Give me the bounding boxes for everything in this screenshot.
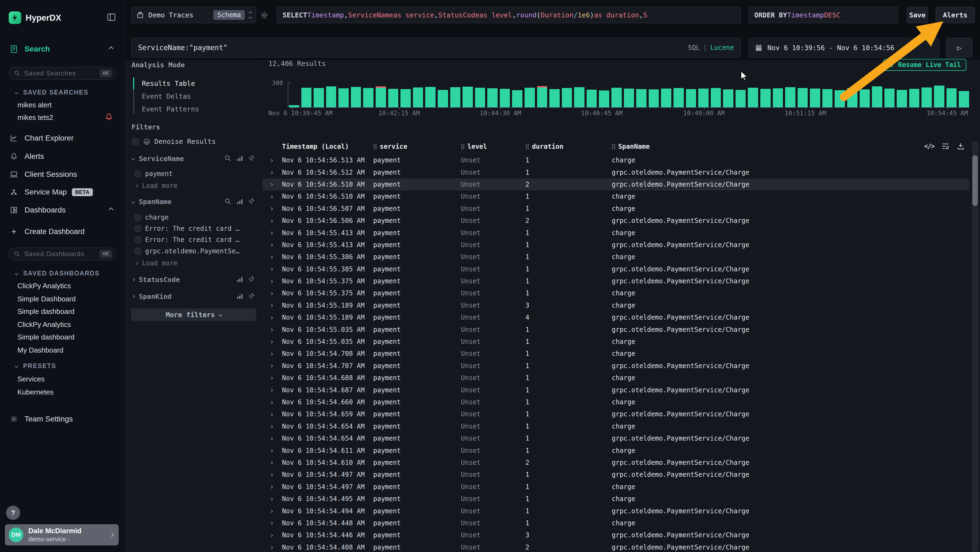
saved-dashboards-input[interactable]: Saved Dashboards ⌘K xyxy=(9,248,115,260)
histogram-bar[interactable] xyxy=(909,89,920,107)
mode-results-table[interactable]: Results Table xyxy=(142,80,195,88)
histogram-bar[interactable] xyxy=(475,88,485,107)
col-timestamp[interactable]: Timestamp (Local) xyxy=(282,143,373,150)
histogram-bar[interactable] xyxy=(537,88,547,107)
histogram-bar[interactable] xyxy=(934,86,944,107)
histogram-bar[interactable] xyxy=(512,90,522,107)
create-dashboard-button[interactable]: + Create Dashboard xyxy=(0,225,125,239)
filter-value-grpc[interactable]: grpc.oteldemo.PaymentSe… xyxy=(134,247,240,255)
table-row[interactable]: ›Nov 6 10:54:56.510 AMpaymentUnset2grpc.… xyxy=(263,179,969,190)
table-row[interactable]: ›Nov 6 10:54:54.707 AMpaymentUnset1grpc.… xyxy=(263,360,969,372)
row-expand-chevron[interactable]: › xyxy=(263,505,282,517)
checkbox[interactable] xyxy=(134,248,141,254)
dashboard-item[interactable]: ClickPy Analytics xyxy=(18,321,71,329)
code-view-icon[interactable]: </> xyxy=(924,142,934,150)
row-expand-chevron[interactable]: › xyxy=(263,263,282,275)
dashboard-item[interactable]: Simple Dashboard xyxy=(18,295,76,303)
histogram-bar[interactable] xyxy=(611,88,622,107)
histogram-bar[interactable] xyxy=(624,89,634,107)
table-row[interactable]: ›Nov 6 10:54:54.654 AMpaymentUnset1grpc.… xyxy=(263,432,969,444)
table-row[interactable]: ›Nov 6 10:54:55.386 AMpaymentUnset1charg… xyxy=(263,251,969,263)
table-row[interactable]: ›Nov 6 10:54:55.413 AMpaymentUnset1grpc.… xyxy=(263,239,969,251)
histogram-bar[interactable] xyxy=(947,88,957,107)
histogram-bar[interactable] xyxy=(698,89,709,107)
row-expand-chevron[interactable]: › xyxy=(263,396,282,408)
search-query-input[interactable]: ServiceName:"payment" SQL|Lucene xyxy=(131,38,741,57)
table-row[interactable]: ›Nov 6 10:54:54.408 AMpaymentUnset2grpc.… xyxy=(263,541,969,552)
saved-search-item[interactable]: mikes tets2 xyxy=(18,113,53,122)
more-filters-button[interactable]: More filters xyxy=(131,308,256,321)
row-expand-chevron[interactable]: › xyxy=(263,481,282,493)
mini-chart-icon[interactable] xyxy=(236,198,243,205)
checkbox[interactable] xyxy=(132,138,139,145)
mini-chart-icon[interactable] xyxy=(236,293,243,300)
histogram-bar[interactable] xyxy=(574,87,584,107)
table-row[interactable]: ›Nov 6 10:54:56.510 AMpaymentUnset1charg… xyxy=(263,190,969,203)
histogram-bar[interactable] xyxy=(587,89,597,107)
denoise-results-checkbox[interactable]: Denoise Results xyxy=(132,137,216,145)
histogram-bar[interactable] xyxy=(338,88,349,107)
histogram-bar[interactable] xyxy=(822,89,833,107)
row-expand-chevron[interactable]: › xyxy=(263,457,282,469)
saved-searches-section[interactable]: SAVED SEARCHES xyxy=(15,89,89,96)
histogram-bar[interactable] xyxy=(388,89,399,107)
row-expand-chevron[interactable]: › xyxy=(263,420,282,432)
histogram-bar[interactable] xyxy=(326,86,336,107)
histogram-bar[interactable] xyxy=(562,88,572,107)
table-row[interactable]: ›Nov 6 10:54:56.513 AMpaymentUnset1charg… xyxy=(263,154,969,166)
histogram-bar[interactable] xyxy=(649,89,659,107)
histogram-bar[interactable] xyxy=(673,88,684,107)
checkbox[interactable] xyxy=(134,171,141,177)
table-row[interactable]: ›Nov 6 10:54:55.413 AMpaymentUnset1charg… xyxy=(263,227,969,239)
dashboard-item[interactable]: Simple dashboard xyxy=(18,307,75,316)
histogram-bar[interactable] xyxy=(921,88,932,107)
histogram-bar[interactable] xyxy=(723,89,733,107)
table-row[interactable]: ›Nov 6 10:54:55.189 AMpaymentUnset3charg… xyxy=(263,300,969,311)
help-button[interactable]: ? xyxy=(6,506,20,520)
scrollbar-thumb[interactable] xyxy=(972,155,978,206)
mode-event-patterns[interactable]: Event Patterns xyxy=(142,105,199,113)
table-row[interactable]: ›Nov 6 10:54:56.506 AMpaymentUnset2grpc.… xyxy=(263,215,969,227)
saved-searches-input[interactable]: Saved Searches ⌘K xyxy=(9,67,115,80)
table-row[interactable]: ›Nov 6 10:54:54.687 AMpaymentUnset1grpc.… xyxy=(263,384,969,396)
row-expand-chevron[interactable]: › xyxy=(263,300,282,311)
checkbox[interactable] xyxy=(134,225,141,232)
row-expand-chevron[interactable]: › xyxy=(263,541,282,552)
user-menu[interactable]: DM Dale McDiarmid demo-service - xyxy=(5,524,119,546)
dashboard-item[interactable]: ClickPy Analytics xyxy=(18,282,71,290)
sidebar-item-search[interactable]: Search xyxy=(0,41,125,57)
row-expand-chevron[interactable]: › xyxy=(263,239,282,251)
pin-icon[interactable] xyxy=(248,155,255,162)
row-expand-chevron[interactable]: › xyxy=(263,360,282,372)
table-row[interactable]: ›Nov 6 10:54:54.659 AMpaymentUnset1grpc.… xyxy=(263,408,969,420)
row-expand-chevron[interactable]: › xyxy=(263,529,282,541)
row-expand-chevron[interactable]: › xyxy=(263,324,282,335)
histogram-bar[interactable] xyxy=(401,89,411,107)
row-expand-chevron[interactable]: › xyxy=(263,179,282,190)
load-more-servicename[interactable]: Load more xyxy=(135,182,178,190)
alerts-button[interactable]: Alerts xyxy=(935,7,975,23)
table-row[interactable]: ›Nov 6 10:54:55.375 AMpaymentUnset1grpc.… xyxy=(263,275,969,287)
filter-value-error2[interactable]: Error: The credit card … xyxy=(134,236,240,244)
row-expand-chevron[interactable]: › xyxy=(263,227,282,239)
col-duration[interactable]: duration xyxy=(525,143,612,150)
histogram-bar[interactable] xyxy=(798,88,808,107)
date-range-picker[interactable]: Nov 6 10:39:56 - Nov 6 10:54:56 xyxy=(749,38,939,57)
row-expand-chevron[interactable]: › xyxy=(263,166,282,178)
sidebar-item-client-sessions[interactable]: Client Sessions xyxy=(0,167,125,182)
histogram-bar[interactable] xyxy=(487,88,498,107)
histogram-bar[interactable] xyxy=(351,87,361,107)
row-expand-chevron[interactable]: › xyxy=(263,275,282,287)
mini-chart-icon[interactable] xyxy=(236,155,243,162)
histogram-bar[interactable] xyxy=(450,87,461,107)
language-toggle[interactable]: SQL|Lucene xyxy=(688,44,734,51)
histogram-bar[interactable] xyxy=(525,88,535,107)
run-query-button[interactable]: ▷ xyxy=(946,38,972,57)
histogram-bar[interactable] xyxy=(785,87,795,107)
table-row[interactable]: ›Nov 6 10:54:54.611 AMpaymentUnset1charg… xyxy=(263,444,969,456)
sidebar-item-service-map[interactable]: Service Map BETA xyxy=(0,185,125,200)
histogram-bar[interactable] xyxy=(847,88,858,107)
mode-event-deltas[interactable]: Event Deltas xyxy=(142,93,191,100)
row-expand-chevron[interactable]: › xyxy=(263,203,282,215)
drag-handle-icon[interactable] xyxy=(525,144,529,149)
